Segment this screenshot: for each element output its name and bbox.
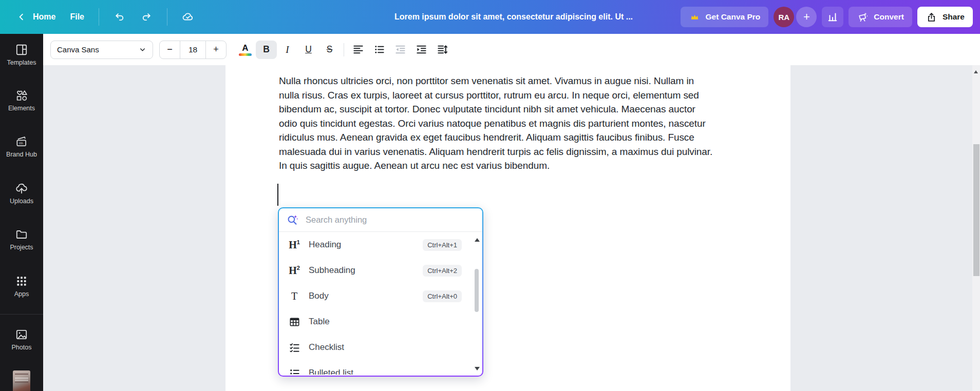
outdent-button[interactable] bbox=[390, 41, 411, 59]
editor-canvas: Nulla rhoncus ultricies orci, non portti… bbox=[43, 65, 980, 391]
shortcut-badge: Ctrl+Alt+1 bbox=[423, 239, 462, 251]
sidebar-item-label: Uploads bbox=[10, 198, 33, 205]
crown-icon bbox=[689, 11, 701, 23]
paragraph-line: odio quis tincidunt egestas. Orci varius… bbox=[279, 116, 712, 131]
top-bar-right: Get Canva Pro RA + Convert bbox=[681, 0, 980, 34]
convert-label: Convert bbox=[874, 12, 904, 22]
text-cursor bbox=[277, 184, 278, 206]
sidebar-item-projects[interactable]: Projects bbox=[0, 228, 43, 251]
save-status-button[interactable] bbox=[177, 7, 199, 27]
h1-icon: H1 bbox=[287, 240, 301, 250]
align-left-icon bbox=[352, 44, 364, 55]
cloud-check-icon bbox=[182, 11, 194, 23]
paragraph-line: In quis sagittis augue. Aenean ut arcu n… bbox=[279, 159, 712, 173]
chevron-left-icon bbox=[15, 11, 28, 23]
top-bar-left: Home File bbox=[0, 7, 199, 27]
menu-item-table[interactable]: Table bbox=[279, 309, 482, 335]
bulleted-list-icon bbox=[287, 367, 301, 375]
format-toolbar: Canva Sans − 18 + A B I U S bbox=[43, 34, 980, 65]
list-icon bbox=[373, 44, 385, 55]
font-size-decrease-button[interactable]: − bbox=[160, 41, 180, 58]
paragraph-line: nulla risus. Cras ex turpis, laoreet at … bbox=[279, 88, 712, 103]
indent-button[interactable] bbox=[411, 41, 432, 59]
sidebar-item-templates[interactable]: Templates bbox=[0, 43, 43, 66]
insights-button[interactable] bbox=[822, 7, 843, 27]
home-button[interactable]: Home bbox=[10, 7, 61, 27]
font-size-stepper: − 18 + bbox=[159, 41, 227, 59]
line-spacing-button[interactable] bbox=[432, 41, 453, 59]
underline-button[interactable]: U bbox=[298, 41, 319, 59]
line-spacing-icon bbox=[437, 44, 448, 55]
share-button[interactable]: Share bbox=[917, 7, 973, 27]
text-color-icon: A bbox=[239, 44, 252, 56]
apps-icon bbox=[15, 275, 28, 288]
top-bar-divider bbox=[167, 8, 167, 26]
bulleted-list-button[interactable] bbox=[369, 41, 390, 59]
document-paragraph[interactable]: Nulla rhoncus ultricies orci, non portti… bbox=[279, 74, 712, 173]
sidebar-item-brand-hub[interactable]: co. Brand Hub bbox=[0, 135, 43, 158]
chevron-down-icon bbox=[139, 46, 146, 53]
share-label: Share bbox=[943, 12, 965, 22]
bar-chart-icon bbox=[826, 11, 839, 23]
redo-button[interactable] bbox=[135, 7, 158, 27]
window-scrollbar[interactable] bbox=[972, 65, 980, 391]
get-pro-label: Get Canva Pro bbox=[706, 12, 761, 22]
insert-menu-popup: Search anything H1 Heading Ctrl+Alt+1 H2… bbox=[278, 207, 483, 377]
plus-icon: + bbox=[803, 10, 810, 24]
convert-button[interactable]: Convert bbox=[849, 7, 912, 27]
menu-item-body[interactable]: T Body Ctrl+Alt+0 bbox=[279, 283, 482, 309]
italic-button[interactable]: I bbox=[277, 41, 298, 59]
sidebar-divider bbox=[0, 314, 43, 315]
scroll-up-arrow-icon[interactable] bbox=[475, 238, 480, 242]
text-align-button[interactable] bbox=[348, 41, 369, 59]
font-size-increase-button[interactable]: + bbox=[206, 41, 226, 58]
sidebar-item-label: Brand Hub bbox=[6, 151, 37, 158]
bold-button[interactable]: B bbox=[256, 41, 277, 59]
font-size-value[interactable]: 18 bbox=[180, 41, 206, 58]
scroll-down-arrow-icon[interactable] bbox=[475, 367, 480, 370]
undo-button[interactable] bbox=[108, 7, 131, 27]
menu-item-subheading[interactable]: H2 Subheading Ctrl+Alt+2 bbox=[279, 258, 482, 283]
photos-icon bbox=[15, 328, 28, 341]
sidebar-item-photos[interactable]: Photos bbox=[0, 328, 43, 351]
sidebar-item-label: Projects bbox=[10, 244, 33, 251]
menu-item-checklist[interactable]: Checklist bbox=[279, 335, 482, 360]
shortcut-badge: Ctrl+Alt+0 bbox=[423, 290, 462, 302]
text-color-button[interactable]: A bbox=[235, 41, 256, 59]
sidebar-item-label: Templates bbox=[7, 59, 36, 66]
sidebar-item-apps[interactable]: Apps bbox=[0, 275, 43, 298]
document-title[interactable]: Lorem ipsum dolor sit amet, consectetur … bbox=[318, 12, 709, 22]
window-scrollbar-thumb[interactable] bbox=[973, 144, 979, 276]
paragraph-line: Nulla rhoncus ultricies orci, non portti… bbox=[279, 74, 712, 88]
top-bar-divider bbox=[99, 8, 99, 26]
font-family-select[interactable]: Canva Sans bbox=[50, 41, 153, 59]
document-page-thumbnail[interactable] bbox=[13, 370, 30, 391]
menu-item-bulleted-list[interactable]: Bulleted list bbox=[279, 360, 482, 375]
popup-scrollbar-thumb[interactable] bbox=[475, 269, 479, 312]
sidebar-item-uploads[interactable]: Uploads bbox=[0, 182, 43, 205]
body-text-icon: T bbox=[287, 291, 301, 301]
insert-menu-list: H1 Heading Ctrl+Alt+1 H2 Subheading Ctrl… bbox=[279, 232, 482, 375]
file-label: File bbox=[70, 12, 84, 22]
templates-icon bbox=[15, 43, 28, 56]
popup-scrollbar[interactable] bbox=[473, 234, 480, 374]
search-bar[interactable]: Search anything bbox=[279, 208, 482, 232]
redo-icon bbox=[140, 11, 153, 23]
brand-hub-icon: co. bbox=[15, 135, 28, 148]
magic-convert-icon bbox=[857, 11, 869, 23]
scrollbar-up-arrow-icon[interactable] bbox=[974, 70, 978, 73]
strikethrough-button[interactable]: S bbox=[319, 41, 340, 59]
sidebar-item-label: Elements bbox=[8, 105, 35, 112]
menu-item-heading[interactable]: H1 Heading Ctrl+Alt+1 bbox=[279, 232, 482, 258]
sidebar-item-elements[interactable]: Elements bbox=[0, 89, 43, 112]
h2-icon: H2 bbox=[287, 265, 301, 276]
avatar[interactable]: RA bbox=[774, 7, 794, 27]
sidebar-item-label: Photos bbox=[12, 344, 32, 351]
shortcut-badge: Ctrl+Alt+2 bbox=[423, 265, 462, 277]
add-member-button[interactable]: + bbox=[796, 7, 817, 27]
get-canva-pro-button[interactable]: Get Canva Pro bbox=[681, 7, 769, 27]
search-input[interactable]: Search anything bbox=[306, 215, 475, 225]
font-family-value: Canva Sans bbox=[57, 45, 99, 54]
top-bar: Home File Lorem ip bbox=[0, 0, 980, 34]
file-menu-button[interactable]: File bbox=[65, 8, 89, 26]
